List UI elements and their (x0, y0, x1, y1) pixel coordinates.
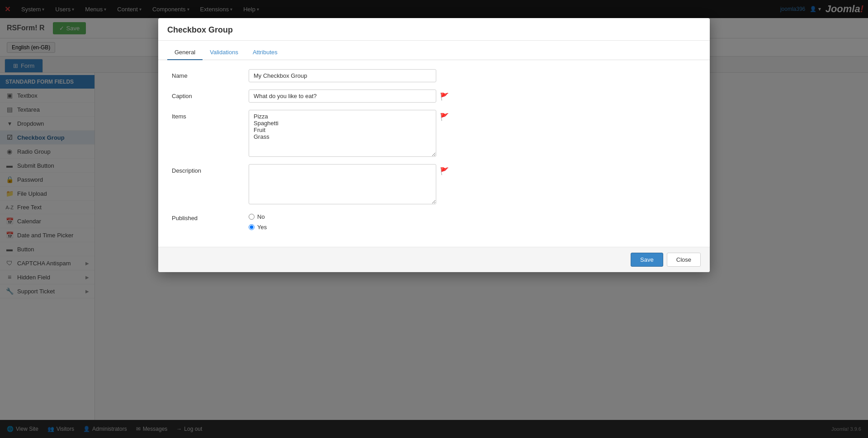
published-no-option[interactable]: No (249, 213, 267, 220)
description-row: Description 🚩 (172, 164, 696, 204)
caption-row: Caption 🚩 (172, 89, 696, 103)
items-textarea[interactable]: Pizza Spaghetti Fruit Grass (249, 110, 436, 157)
modal-save-button[interactable]: Save (631, 253, 663, 267)
published-radio-group: No Yes (249, 212, 267, 231)
name-field (249, 69, 696, 82)
published-label: Published (172, 212, 249, 221)
items-row: Items Pizza Spaghetti Fruit Grass 🚩 (172, 110, 696, 157)
items-label: Items (172, 110, 249, 120)
modal-tabs: General Validations Attributes (158, 41, 710, 60)
modal-overlay: Checkbox Group General Validations Attri… (0, 0, 868, 438)
modal-footer: Save Close (158, 247, 710, 272)
published-no-label: No (257, 213, 265, 220)
published-yes-radio[interactable] (249, 224, 255, 230)
modal-dialog: Checkbox Group General Validations Attri… (158, 18, 710, 272)
published-yes-label: Yes (257, 224, 267, 231)
caption-label: Caption (172, 89, 249, 99)
published-row: Published No Yes (172, 212, 696, 231)
modal-close-button[interactable]: Close (667, 253, 701, 267)
modal-body: Name Caption 🚩 Items Pizza Spaghetti Fru… (158, 60, 710, 247)
published-yes-option[interactable]: Yes (249, 224, 267, 231)
published-field: No Yes (249, 212, 696, 231)
caption-input[interactable] (249, 89, 436, 103)
tab-general[interactable]: General (167, 45, 203, 60)
tab-validations[interactable]: Validations (203, 45, 245, 60)
modal-title: Checkbox Group (167, 25, 701, 35)
description-textarea[interactable] (249, 164, 436, 204)
description-flag-icon[interactable]: 🚩 (440, 167, 449, 175)
items-flag-icon[interactable]: 🚩 (440, 113, 449, 121)
name-input[interactable] (249, 69, 436, 82)
description-label: Description (172, 164, 249, 174)
caption-flag-icon[interactable]: 🚩 (440, 92, 449, 101)
name-row: Name (172, 69, 696, 82)
modal-header: Checkbox Group (158, 18, 710, 41)
tab-attributes[interactable]: Attributes (245, 45, 285, 60)
items-field: Pizza Spaghetti Fruit Grass 🚩 (249, 110, 696, 157)
name-label: Name (172, 69, 249, 79)
description-field: 🚩 (249, 164, 696, 204)
published-no-radio[interactable] (249, 214, 255, 220)
caption-field: 🚩 (249, 89, 696, 103)
